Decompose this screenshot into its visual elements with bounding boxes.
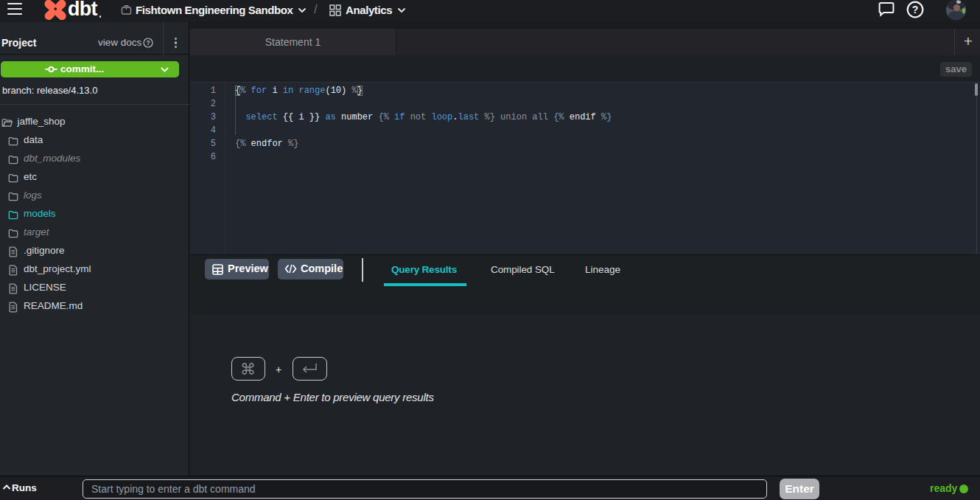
svg-text:?: ? [146, 39, 150, 46]
svg-text:?: ? [912, 4, 919, 15]
